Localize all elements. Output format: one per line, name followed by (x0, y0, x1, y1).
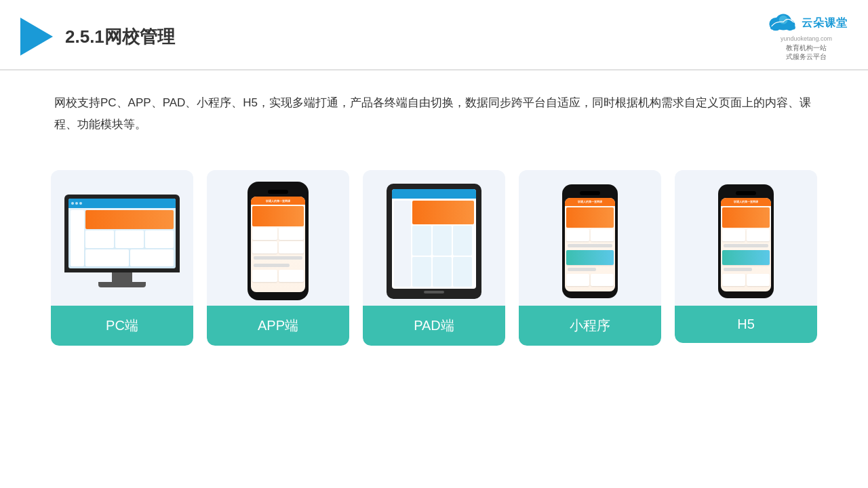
pc-device-icon (64, 195, 180, 287)
card-h5-image: 职通人的第一堂网课 (675, 170, 817, 306)
card-h5-label: H5 (675, 306, 817, 343)
card-h5[interactable]: 职通人的第一堂网课 (675, 170, 817, 343)
logo-cloud: 云朵课堂 (765, 12, 848, 34)
description-text: 网校支持PC、APP、PAD、小程序、H5，实现多端打通，产品各终端自由切换，数… (0, 70, 868, 150)
card-miniprogram-image: 职通人的第一堂网课 (519, 170, 661, 306)
page-title: 2.5.1网校管理 (65, 25, 175, 49)
card-pad-image (363, 170, 505, 306)
miniprogram-device-icon: 职通人的第一堂网课 (562, 184, 618, 298)
card-app[interactable]: 职通人的第一堂网课 (207, 170, 349, 346)
h5-device-icon: 职通人的第一堂网课 (718, 184, 774, 298)
logo-text: 云朵课堂 (802, 16, 848, 30)
cloud-logo-icon (765, 12, 797, 34)
header-left: 2.5.1网校管理 (20, 18, 175, 56)
card-pad-label: PAD端 (363, 306, 505, 346)
card-miniprogram-label: 小程序 (519, 306, 661, 346)
app-device-icon: 职通人的第一堂网课 (248, 182, 309, 300)
header-right: 云朵课堂 yunduoketang.com 教育机构一站 式服务云平台 (765, 12, 848, 61)
card-pc[interactable]: PC端 (51, 170, 193, 346)
logo-subtitle: 教育机构一站 式服务云平台 (786, 43, 827, 61)
header: 2.5.1网校管理 云朵课堂 yunduoketang.com 教育机构一站 式… (0, 0, 868, 70)
pad-device-icon (387, 184, 481, 299)
cards-container: PC端 职通人的第一堂网课 (0, 157, 868, 366)
card-pc-image (51, 170, 193, 306)
logo-triangle-icon (20, 18, 53, 56)
card-app-image: 职通人的第一堂网课 (207, 170, 349, 306)
card-app-label: APP端 (207, 306, 349, 346)
card-pc-label: PC端 (51, 306, 193, 346)
svg-rect-3 (770, 25, 795, 29)
card-pad[interactable]: PAD端 (363, 170, 505, 346)
logo-url: yunduoketang.com (781, 35, 832, 42)
card-miniprogram[interactable]: 职通人的第一堂网课 (519, 170, 661, 346)
